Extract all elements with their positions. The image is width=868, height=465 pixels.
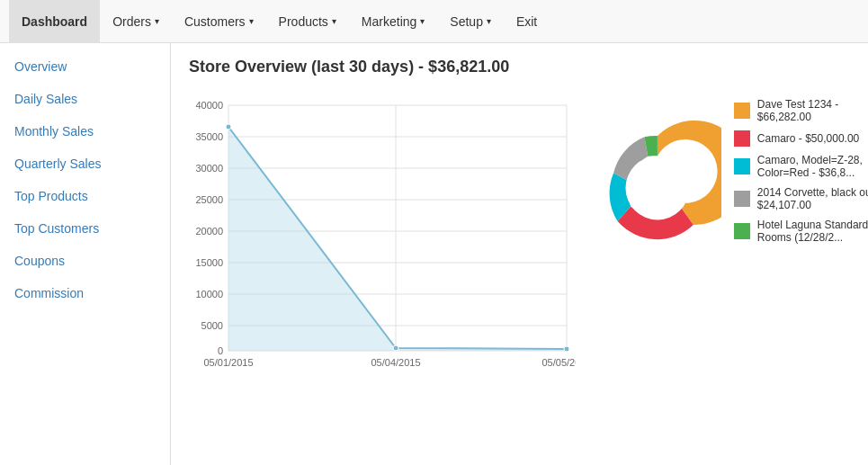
svg-text:20000: 20000 bbox=[195, 226, 223, 237]
svg-point-28 bbox=[625, 156, 689, 220]
nav-item-products[interactable]: Products ▾ bbox=[266, 0, 349, 43]
svg-text:05/05/2015: 05/05/2015 bbox=[541, 357, 576, 368]
legend-color-swatch bbox=[734, 223, 750, 239]
nav-item-exit[interactable]: Exit bbox=[504, 0, 550, 43]
legend: Dave Test 1234 - $66,282.00Camaro - $50,… bbox=[734, 98, 868, 244]
sidebar-item-coupons[interactable]: Coupons bbox=[0, 245, 170, 277]
legend-item: Camaro - $50,000.00 bbox=[734, 130, 868, 147]
donut-chart-svg bbox=[594, 89, 721, 287]
chevron-down-icon: ▾ bbox=[332, 16, 336, 26]
sidebar-item-top-products[interactable]: Top Products bbox=[0, 180, 170, 212]
legend-label: Camaro, Model=Z-28, Color=Red - $36,8... bbox=[757, 154, 868, 179]
top-navigation: DashboardOrders ▾Customers ▾Products ▾Ma… bbox=[0, 0, 868, 43]
legend-label: Hotel Laguna Standard Rooms (12/28/2... bbox=[757, 219, 868, 244]
sidebar-item-monthly-sales[interactable]: Monthly Sales bbox=[0, 115, 170, 148]
svg-point-23 bbox=[393, 345, 398, 351]
svg-point-24 bbox=[564, 346, 569, 352]
nav-item-dashboard[interactable]: Dashboard bbox=[9, 0, 100, 43]
legend-color-swatch bbox=[734, 103, 750, 119]
legend-item: Camaro, Model=Z-28, Color=Red - $36,8... bbox=[734, 154, 868, 179]
svg-point-22 bbox=[226, 124, 231, 130]
legend-item: Dave Test 1234 - $66,282.00 bbox=[734, 98, 868, 123]
chevron-down-icon: ▾ bbox=[249, 16, 254, 26]
legend-label: Camaro - $50,000.00 bbox=[757, 132, 859, 145]
sidebar-item-top-customers[interactable]: Top Customers bbox=[0, 212, 170, 245]
svg-text:5000: 5000 bbox=[201, 320, 223, 331]
legend-color-swatch bbox=[734, 158, 750, 174]
chevron-down-icon: ▾ bbox=[155, 16, 159, 26]
svg-text:0: 0 bbox=[218, 345, 223, 356]
nav-item-marketing[interactable]: Marketing ▾ bbox=[349, 0, 437, 43]
svg-text:05/01/2015: 05/01/2015 bbox=[203, 357, 253, 368]
chart-area: 40000 35000 30000 25000 20000 15000 1000… bbox=[189, 89, 850, 371]
sidebar-item-quarterly-sales[interactable]: Quarterly Sales bbox=[0, 148, 170, 180]
page-title: Store Overview (last 30 days) - $36,821.… bbox=[189, 58, 850, 76]
legend-item: 2014 Corvette, black out - $24,107.00 bbox=[734, 186, 868, 211]
main-content: Store Overview (last 30 days) - $36,821.… bbox=[171, 43, 868, 465]
main-layout: OverviewDaily SalesMonthly SalesQuarterl… bbox=[0, 43, 868, 465]
sidebar-item-daily-sales[interactable]: Daily Sales bbox=[0, 83, 170, 115]
svg-text:15000: 15000 bbox=[195, 257, 223, 268]
svg-text:25000: 25000 bbox=[195, 194, 223, 205]
sidebar-item-commission[interactable]: Commission bbox=[0, 277, 170, 309]
chevron-down-icon: ▾ bbox=[420, 16, 425, 26]
line-chart-container: 40000 35000 30000 25000 20000 15000 1000… bbox=[189, 89, 576, 371]
sidebar: OverviewDaily SalesMonthly SalesQuarterl… bbox=[0, 43, 171, 465]
sidebar-item-overview[interactable]: Overview bbox=[0, 50, 170, 83]
legend-label: 2014 Corvette, black out - $24,107.00 bbox=[757, 186, 868, 211]
line-chart-svg: 40000 35000 30000 25000 20000 15000 1000… bbox=[189, 89, 576, 368]
svg-marker-21 bbox=[228, 127, 567, 351]
legend-item: Hotel Laguna Standard Rooms (12/28/2... bbox=[734, 219, 868, 244]
legend-color-swatch bbox=[734, 191, 750, 207]
donut-section: Dave Test 1234 - $66,282.00Camaro - $50,… bbox=[594, 89, 868, 371]
svg-text:10000: 10000 bbox=[195, 289, 223, 300]
legend-label: Dave Test 1234 - $66,282.00 bbox=[757, 98, 868, 123]
nav-item-orders[interactable]: Orders ▾ bbox=[100, 0, 172, 43]
svg-text:05/04/2015: 05/04/2015 bbox=[371, 357, 420, 368]
svg-text:30000: 30000 bbox=[195, 163, 223, 174]
svg-text:40000: 40000 bbox=[195, 100, 223, 111]
chevron-down-icon: ▾ bbox=[487, 16, 491, 26]
nav-item-customers[interactable]: Customers ▾ bbox=[172, 0, 266, 43]
nav-item-setup[interactable]: Setup ▾ bbox=[437, 0, 504, 43]
legend-color-swatch bbox=[734, 130, 750, 147]
svg-text:35000: 35000 bbox=[195, 131, 223, 142]
